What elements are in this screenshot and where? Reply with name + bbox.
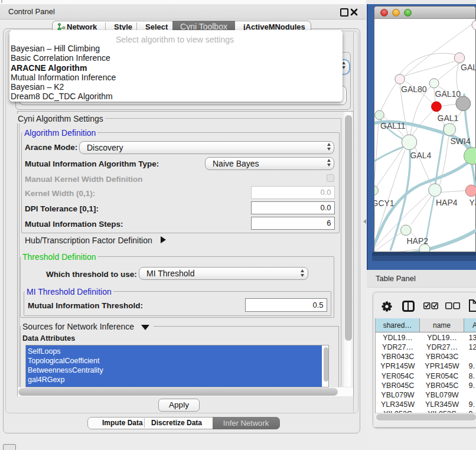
svg-text:HAP4: HAP4 (436, 198, 458, 207)
svg-text:GAL1: GAL1 (438, 113, 459, 122)
svg-text:GAL11: GAL11 (380, 120, 406, 130)
svg-text:YJL21: YJL21 (470, 198, 476, 207)
svg-text:HAP2: HAP2 (407, 236, 429, 245)
svg-text:SWI4: SWI4 (451, 136, 471, 146)
svg-text:GAL10: GAL10 (435, 89, 461, 98)
svg-text:GAL4: GAL4 (410, 150, 432, 159)
svg-text:GAL2: GAL2 (461, 63, 476, 72)
svg-text:GCY1: GCY1 (374, 198, 395, 208)
svg-text:GAL80: GAL80 (401, 84, 427, 93)
